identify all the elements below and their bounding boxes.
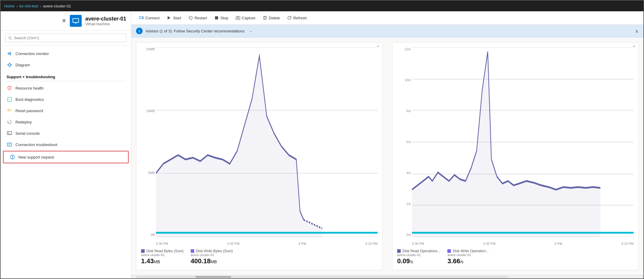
monitor-icon (7, 51, 12, 57)
start-button[interactable]: Start (164, 14, 184, 22)
connect-button[interactable]: Connect (136, 14, 162, 22)
sidebar-header: ✕ avere-cluster-01 Virtual machine (1, 11, 131, 31)
chart1-write-color (191, 249, 194, 253)
start-label: Start (173, 16, 181, 20)
svg-rect-21 (7, 143, 12, 146)
chart2-read-label: Disk Read Operations... (402, 249, 440, 253)
sidebar-item-connection-troubleshoot[interactable]: Connection troubleshoot (1, 139, 131, 150)
stop-label: Stop (220, 16, 228, 20)
connect-icon (139, 15, 144, 20)
svg-point-31 (237, 17, 239, 19)
chart2-legend: Disk Read Operations... avere-cluster-01… (397, 245, 634, 265)
chart2-x-axis: 5:30 PM 5:45 PM 6 PM 6:15 PM (412, 242, 634, 245)
scrollbar-thumb[interactable] (195, 276, 231, 278)
svg-point-19 (8, 109, 10, 111)
svg-marker-36 (156, 56, 322, 237)
support-icon (10, 154, 15, 160)
chart1-legend-write: Disk Write Bytes (Sum) avere-cluster-01 … (191, 249, 233, 265)
advisory-icon: i (136, 28, 143, 34)
svg-rect-9 (7, 65, 9, 65)
chart2-y-axis: 12/s 10/s 8/s 6/s 4/s 2/s 0/s (397, 47, 412, 236)
capture-label: Capture (242, 16, 255, 20)
chart1-read-label: Disk Read Bytes (Sum) (146, 249, 184, 253)
key-icon (7, 108, 12, 114)
advisory-close-button[interactable]: ∧ (635, 28, 639, 34)
stop-button[interactable]: Stop (211, 14, 231, 22)
sidebar-item-diagram[interactable]: Diagram (1, 59, 131, 70)
close-button[interactable]: ✕ (62, 18, 66, 24)
toolbar: Connect Start Restart (131, 11, 643, 25)
sidebar: ✕ avere-cluster-01 Virtual machine (1, 11, 131, 278)
svg-rect-29 (215, 16, 218, 20)
restart-icon (188, 15, 193, 20)
chart2-legend-write: Disk Write Operation... avere-cluster-01… (447, 249, 488, 265)
sidebar-item-reset-password[interactable]: Reset password (1, 105, 131, 116)
vm-icon-svg (72, 17, 80, 25)
capture-button[interactable]: Capture (233, 14, 258, 22)
chart2-write-label: Disk Write Operation... (453, 249, 488, 253)
sidebar-item-boot-diagnostics-label: Boot diagnostics (15, 97, 44, 102)
charts-area: ⌃ 15MB 10MB 5MB 0B (131, 37, 643, 275)
restart-button[interactable]: Restart (185, 14, 210, 22)
stop-icon (214, 15, 219, 20)
svg-rect-12 (11, 65, 12, 65)
chart2-read-color (397, 249, 401, 253)
diagram-icon (7, 62, 12, 68)
svg-rect-1 (73, 19, 78, 22)
sidebar-item-reset-password-label: Reset password (15, 109, 43, 113)
chart2-legend-read: Disk Read Operations... avere-cluster-01… (397, 249, 440, 265)
refresh-button[interactable]: Refresh (284, 14, 310, 22)
chart1-write-label: Disk Write Bytes (Sum) (196, 249, 233, 253)
chart1-legend: Disk Read Bytes (Sum) avere-cluster-01 1… (141, 245, 378, 265)
refresh-label: Refresh (293, 16, 307, 20)
sidebar-item-resource-health[interactable]: Resource health (1, 82, 131, 94)
svg-line-13 (9, 64, 9, 65)
restart-label: Restart (195, 16, 207, 20)
boot-icon: + (7, 96, 12, 102)
sidebar-item-connection-troubleshoot-label: Connection troubleshoot (15, 142, 57, 147)
chart2-svg (412, 47, 634, 237)
chart-panel-disk-bytes: ⌃ 15MB 10MB 5MB 0B (136, 42, 383, 270)
connect-label: Connect (145, 16, 160, 20)
sidebar-item-resource-health-label: Resource health (15, 86, 44, 90)
scrollbar-track[interactable] (136, 276, 508, 278)
chart2-write-value: 3.66/s (447, 257, 488, 265)
delete-label: Delete (269, 16, 280, 20)
sidebar-item-boot-diagnostics[interactable]: + Boot diagnostics (1, 94, 131, 105)
chart1-write-sublabel: avere-cluster-01 (191, 253, 233, 257)
sidebar-item-redeploy[interactable]: Redeploy (1, 116, 131, 128)
capture-icon (236, 15, 240, 20)
chart2-write-sublabel: avere-cluster-01 (447, 253, 488, 257)
chart1-y-axis: 15MB 10MB 5MB 0B (141, 47, 156, 236)
chart2-read-value: 0.09/s (397, 257, 440, 265)
chart1-write-value: 400.18MB (191, 257, 233, 265)
chart-panel-disk-ops: ⌃ 12/s 10/s 8/s 6/s 4/s 2/s 0/s (392, 42, 639, 270)
svg-text:+: + (8, 98, 10, 101)
breadcrumb-current: avere-cluster-01 (43, 4, 71, 8)
sidebar-search-container (1, 31, 131, 46)
breadcrumb-parent[interactable]: ke-vfxt-test (19, 4, 38, 8)
sidebar-item-connection-monitor[interactable]: Connection monitor (1, 48, 131, 59)
chart2-read-sublabel: avere-cluster-01 (397, 253, 440, 257)
sidebar-item-serial-console[interactable]: Serial console (1, 128, 131, 139)
svg-line-15 (10, 64, 11, 65)
sidebar-item-new-support-request[interactable]: New support request (3, 151, 129, 163)
redeploy-icon (7, 119, 12, 125)
delete-button[interactable]: Delete (260, 14, 283, 22)
svg-line-7 (9, 53, 10, 53)
svg-line-16 (10, 65, 11, 66)
advisory-arrow[interactable]: → (249, 29, 252, 33)
sidebar-item-diagram-label: Diagram (15, 63, 30, 67)
svg-point-6 (10, 54, 11, 55)
svg-point-4 (8, 53, 10, 54)
breadcrumb-home[interactable]: Home (4, 4, 15, 8)
health-icon (7, 85, 12, 91)
chart1-svg-container (156, 47, 378, 237)
search-input[interactable] (5, 34, 126, 42)
start-icon (167, 15, 171, 20)
sidebar-nav: Connection monitor (1, 46, 131, 278)
svg-point-5 (10, 52, 11, 53)
svg-rect-10 (9, 63, 10, 64)
svg-rect-11 (9, 66, 10, 67)
chart-svg-area-1: 15MB 10MB 5MB 0B (141, 47, 378, 245)
